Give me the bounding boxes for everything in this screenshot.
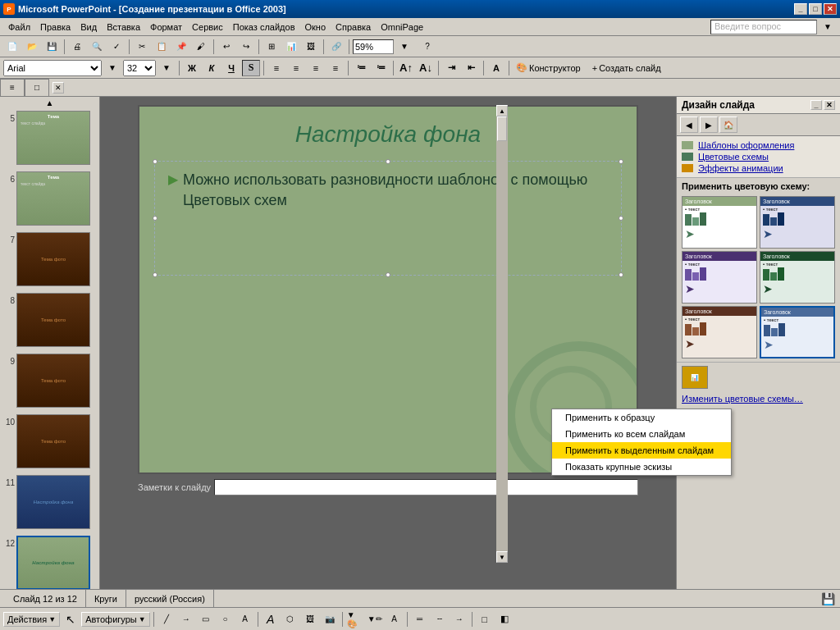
spell-btn[interactable]: ✓ [107,39,126,55]
menu-view[interactable]: Вид [75,21,102,34]
color-scheme-2[interactable]: Заголовок • текст ➤ [760,196,835,249]
insert-chart-btn[interactable]: 📊 [282,39,300,55]
slide-thumb-5[interactable]: 5 Тема текст слайда [2,109,98,167]
redo-btn[interactable]: ↪ [237,39,255,55]
menu-slideshow[interactable]: Показ слайдов [228,21,300,34]
bullets-btn[interactable]: ≔ [352,60,370,76]
italic-btn[interactable]: К [203,60,221,76]
design-forward-btn[interactable]: ▶ [700,116,718,133]
align-center-btn[interactable]: ≡ [287,60,305,76]
design-link-templates[interactable]: Шаблоны оформления [682,139,835,151]
vscroll-track[interactable] [496,116,508,551]
align-right-btn[interactable]: ≡ [307,60,325,76]
preview-btn[interactable]: 🔍 [88,39,106,55]
title-bar-buttons[interactable]: _ □ ✕ [794,3,837,15]
decrease-indent-btn[interactable]: ⇤ [462,60,480,76]
numbers-btn[interactable]: ≔ [372,60,390,76]
line-btn[interactable]: ╱ [158,611,176,628]
help-input[interactable]: Введите вопрос [710,20,817,34]
ellipse-btn[interactable]: ○ [217,611,235,628]
shadow-btn[interactable]: S [242,60,260,76]
slide-thumb-8[interactable]: 8 Тема фото [2,291,98,349]
bold-btn[interactable]: Ж [183,60,201,76]
autoshapes-btn[interactable]: Автофигуры ▼ [81,612,150,627]
open-btn[interactable]: 📂 [23,39,41,55]
tab-outline[interactable]: □ [25,79,49,97]
color-scheme-4[interactable]: Заголовок • текст ➤ [760,251,835,304]
menu-insert[interactable]: Вставка [102,21,145,34]
align-left-btn[interactable]: ≡ [267,60,285,76]
fill-color-btn[interactable]: ▼🎨 [346,611,364,628]
slide-body-text[interactable]: Можно использовать разновидности шаблоно… [183,170,608,211]
insert-img-draw-btn[interactable]: 📷 [321,611,339,628]
size-select[interactable]: 32 [123,60,156,76]
menu-help[interactable]: Справка [331,21,376,34]
help-q-btn[interactable]: ? [418,39,436,55]
handle-tm[interactable] [386,159,390,164]
ctx-apply-selected[interactable]: Применить к выделенным слайдам [552,442,731,459]
line-color-btn[interactable]: ▼✏ [366,611,384,628]
selected-scheme-preview[interactable]: 📊 [682,366,708,389]
diagram-btn[interactable]: ⬡ [281,611,299,628]
slide-thumb-7[interactable]: 7 Тема фото [2,231,98,288]
handle-tl[interactable] [153,159,158,164]
menu-format[interactable]: Формат [145,21,187,34]
handle-mr[interactable] [619,216,623,221]
design-panel-close[interactable]: ✕ [824,100,835,110]
design-home-btn[interactable]: 🏠 [719,116,737,133]
design-back-btn[interactable]: ◀ [680,116,698,133]
slide-body-box[interactable]: ▶ Можно использовать разновидности шабло… [154,161,622,276]
maximize-button[interactable]: □ [809,3,822,15]
3d-style-btn[interactable]: ◧ [495,611,514,628]
font-color-btn[interactable]: A [487,60,505,76]
menu-service[interactable]: Сервис [187,21,228,34]
textbox-btn[interactable]: A [236,611,254,628]
size-dropdown[interactable]: ▼ [158,60,176,76]
slide-thumb-9[interactable]: 9 Тема фото [2,352,98,409]
panel-close-btn[interactable]: ✕ [52,82,64,94]
copy-btn[interactable]: 📋 [153,39,171,55]
hyperlink-btn[interactable]: 🔗 [327,39,345,55]
zoom-dropdown[interactable]: ▼ [395,39,413,55]
color-scheme-5[interactable]: Заголовок • текст ➤ [682,306,757,358]
vscroll-down[interactable]: ▼ [496,551,508,563]
design-link-colors[interactable]: Цветовые схемы [682,151,835,162]
handle-bm[interactable] [386,272,390,277]
slide-thumb-12[interactable]: 12 Настройка фона [2,534,98,589]
insert-table-btn[interactable]: ⊞ [262,39,281,55]
new-btn[interactable]: 📄 [3,39,21,55]
format-paint-btn[interactable]: 🖌 [192,39,210,55]
handle-bl[interactable] [153,272,158,277]
constructor-btn[interactable]: 🎨 Конструктор [513,61,584,75]
notes-input[interactable] [214,479,638,495]
actions-menu-btn[interactable]: Действия ▼ [3,612,60,627]
handle-br[interactable] [619,272,623,277]
font-select[interactable]: Arial [3,60,102,76]
dash-style-btn[interactable]: ╌ [431,611,449,628]
font-color-draw-btn[interactable]: A [386,611,404,628]
help-dropdown-btn[interactable]: ▼ [819,19,837,35]
decrease-font-btn[interactable]: A↓ [417,60,435,76]
menu-window[interactable]: Окно [300,21,331,34]
menu-edit[interactable]: Правка [35,21,75,34]
zoom-input[interactable]: 59% [353,39,394,54]
font-dropdown[interactable]: ▼ [103,60,121,76]
menu-file[interactable]: Файл [3,21,35,34]
vscroll-up[interactable]: ▲ [496,105,508,116]
color-scheme-6[interactable]: Заголовок • текст ➤ [760,306,835,358]
wordart-btn[interactable]: A [262,611,280,628]
handle-tr[interactable] [619,159,623,164]
increase-font-btn[interactable]: A↑ [397,60,415,76]
menu-omnipage[interactable]: OmniPage [376,21,428,34]
ctx-show-large[interactable]: Показать крупные эскизы [552,459,731,475]
print-btn[interactable]: 🖨 [68,39,86,55]
vscroll-thumb[interactable] [497,116,507,141]
handle-ml[interactable] [153,216,158,221]
arrow-style-btn[interactable]: → [450,611,468,628]
underline-btn[interactable]: Ч [222,60,240,76]
rect-btn[interactable]: ▭ [197,611,215,628]
cut-btn[interactable]: ✂ [133,39,151,55]
clipart-btn[interactable]: 🖼 [301,611,319,628]
color-scheme-3[interactable]: Заголовок • текст ➤ [682,251,757,304]
design-panel-minimize[interactable]: _ [810,100,822,110]
